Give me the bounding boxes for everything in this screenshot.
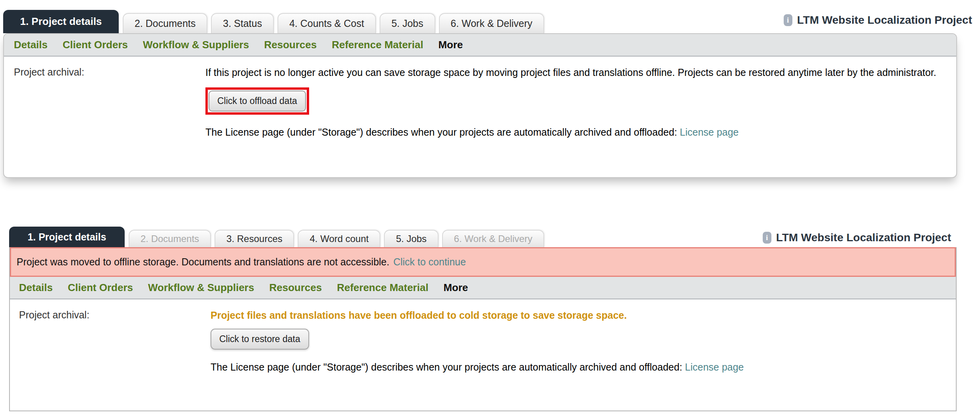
project-panel-before-offload: 1. Project details 2. Documents 3. Statu… <box>3 10 957 178</box>
offloaded-status-message: Project files and translations have been… <box>211 308 956 322</box>
tab-project-details[interactable]: 1. Project details <box>3 10 119 33</box>
tab-documents: 2. Documents <box>129 230 211 247</box>
tab-counts-cost[interactable]: 4. Counts & Cost <box>277 13 376 33</box>
subtab-reference-material[interactable]: Reference Material <box>332 39 423 51</box>
subtab-more[interactable]: More <box>438 39 463 51</box>
tab-word-count[interactable]: 4. Word count <box>298 230 380 247</box>
archival-label: Project archival: <box>19 308 211 373</box>
archival-description: If this project is no longer active you … <box>205 65 956 79</box>
archival-label: Project archival: <box>14 65 205 138</box>
subtab-client-orders[interactable]: Client Orders <box>68 282 133 294</box>
tab-status[interactable]: 3. Status <box>211 13 274 33</box>
subtab-workflow-suppliers[interactable]: Workflow & Suppliers <box>148 282 254 294</box>
window-title: i LTM Website Localization Project <box>763 231 951 244</box>
tab-work-delivery[interactable]: 6. Work & Delivery <box>439 13 545 33</box>
window-title: i LTM Website Localization Project <box>784 14 972 26</box>
subtab-client-orders[interactable]: Client Orders <box>63 39 128 51</box>
project-details-pane: Details Client Orders Workflow & Supplie… <box>3 33 957 178</box>
sub-tab-bar: Details Client Orders Workflow & Supplie… <box>4 34 956 57</box>
license-page-link[interactable]: License page <box>680 127 739 138</box>
license-note: The License page (under "Storage") descr… <box>205 127 956 138</box>
license-note-text: The License page (under "Storage") descr… <box>205 127 677 138</box>
license-note: The License page (under "Storage") descr… <box>211 361 956 373</box>
tab-project-details[interactable]: 1. Project details <box>9 227 125 247</box>
tab-jobs[interactable]: 5. Jobs <box>380 13 435 33</box>
offline-storage-banner: Project was moved to offline storage. Do… <box>10 247 956 277</box>
subtab-more[interactable]: More <box>443 282 468 294</box>
archival-section: Project archival: If this project is no … <box>4 57 956 138</box>
tab-jobs[interactable]: 5. Jobs <box>384 230 438 247</box>
restore-data-button[interactable]: Click to restore data <box>211 329 309 350</box>
project-title-text: LTM Website Localization Project <box>797 14 972 26</box>
red-highlight-rectangle: Click to offload data <box>205 87 309 115</box>
license-note-text: The License page (under "Storage") descr… <box>211 361 682 373</box>
click-to-continue-link[interactable]: Click to continue <box>393 256 466 268</box>
subtab-workflow-suppliers[interactable]: Workflow & Suppliers <box>143 39 249 51</box>
subtab-resources[interactable]: Resources <box>264 39 317 51</box>
tab-resources[interactable]: 3. Resources <box>215 230 294 247</box>
subtab-details[interactable]: Details <box>14 39 47 51</box>
project-details-pane: Project was moved to offline storage. Do… <box>9 247 957 411</box>
subtab-details[interactable]: Details <box>19 282 53 294</box>
project-panel-after-offload: 1. Project details 2. Documents 3. Resou… <box>9 227 957 411</box>
info-icon[interactable]: i <box>763 232 771 244</box>
subtab-resources[interactable]: Resources <box>269 282 322 294</box>
tab-work-delivery: 6. Work & Delivery <box>442 230 544 247</box>
license-page-link[interactable]: License page <box>685 361 744 373</box>
tab-documents[interactable]: 2. Documents <box>123 13 207 33</box>
archival-section: Project archival: Project files and tran… <box>10 299 956 373</box>
project-title-text: LTM Website Localization Project <box>776 231 951 244</box>
offline-banner-text: Project was moved to offline storage. Do… <box>17 256 389 268</box>
sub-tab-bar: Details Client Orders Workflow & Supplie… <box>10 277 956 299</box>
main-tab-bar: 1. Project details 2. Documents 3. Resou… <box>9 227 957 247</box>
main-tab-bar: 1. Project details 2. Documents 3. Statu… <box>3 10 957 33</box>
info-icon[interactable]: i <box>784 14 792 26</box>
subtab-reference-material[interactable]: Reference Material <box>337 282 428 294</box>
offload-data-button[interactable]: Click to offload data <box>209 91 306 112</box>
